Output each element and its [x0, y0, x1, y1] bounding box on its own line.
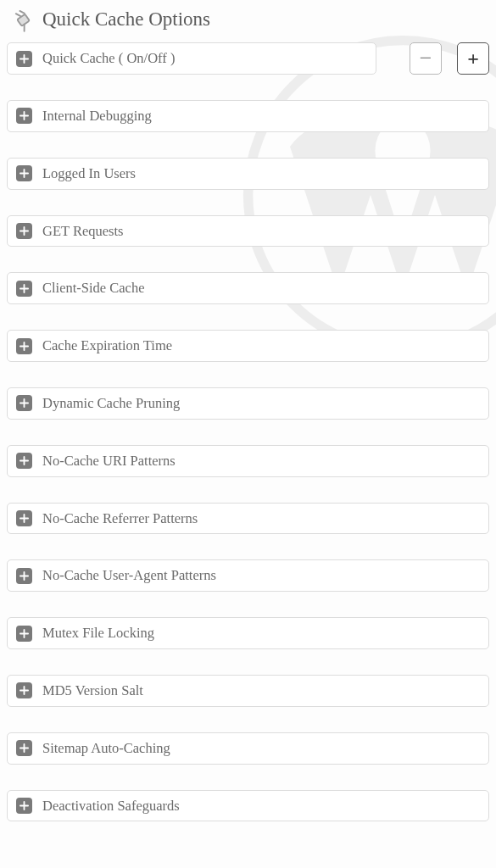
plus-icon — [16, 223, 32, 239]
panel-label: No-Cache Referrer Patterns — [42, 510, 198, 527]
plus-icon — [16, 281, 32, 297]
panel-dynamic-cache-pruning[interactable]: Dynamic Cache Pruning — [7, 387, 489, 420]
plus-icon — [16, 568, 32, 584]
panel-quick-cache-onoff[interactable]: Quick Cache ( On/Off ) — [7, 42, 376, 75]
plug-icon — [10, 7, 36, 32]
plus-icon — [16, 108, 32, 124]
plus-icon — [16, 626, 32, 642]
panel-label: Deactivation Safeguards — [42, 798, 180, 815]
panel-internal-debugging[interactable]: Internal Debugging — [7, 100, 489, 132]
panel-label: Quick Cache ( On/Off ) — [42, 50, 175, 67]
panel-sitemap-auto-caching[interactable]: Sitemap Auto-Caching — [7, 732, 489, 765]
panel-md5-version-salt[interactable]: MD5 Version Salt — [7, 675, 489, 707]
panel-cache-expiration-time[interactable]: Cache Expiration Time — [7, 330, 489, 362]
page-title: Quick Cache Options — [42, 8, 210, 31]
plus-icon — [16, 740, 32, 756]
panel-label: Client-Side Cache — [42, 280, 145, 297]
plus-icon — [16, 798, 32, 814]
plus-icon — [16, 510, 32, 526]
panel-logged-in-users[interactable]: Logged In Users — [7, 158, 489, 190]
panel-label: Sitemap Auto-Caching — [42, 740, 170, 757]
panel-client-side-cache[interactable]: Client-Side Cache — [7, 272, 489, 304]
plus-icon — [16, 682, 32, 698]
panel-label: MD5 Version Salt — [42, 682, 143, 699]
plus-icon — [16, 453, 32, 469]
panel-no-cache-referrer-patterns[interactable]: No-Cache Referrer Patterns — [7, 503, 489, 535]
panel-mutex-file-locking[interactable]: Mutex File Locking — [7, 617, 489, 649]
panel-label: No-Cache URI Patterns — [42, 453, 176, 470]
panel-label: Dynamic Cache Pruning — [42, 395, 180, 412]
plus-icon — [16, 51, 32, 67]
collapse-all-button[interactable]: − — [410, 42, 442, 75]
expand-all-button[interactable]: + — [457, 42, 489, 75]
panel-label: Internal Debugging — [42, 108, 152, 125]
plus-icon — [16, 338, 32, 354]
panel-deactivation-safeguards[interactable]: Deactivation Safeguards — [7, 790, 489, 822]
panel-label: Cache Expiration Time — [42, 337, 172, 354]
plus-icon — [16, 165, 32, 181]
page-header: Quick Cache Options — [7, 7, 489, 32]
panel-label: GET Requests — [42, 223, 123, 240]
panel-label: Mutex File Locking — [42, 625, 154, 642]
panel-no-cache-user-agent-patterns[interactable]: No-Cache User-Agent Patterns — [7, 559, 489, 592]
panel-get-requests[interactable]: GET Requests — [7, 215, 489, 248]
panel-label: No-Cache User-Agent Patterns — [42, 567, 216, 584]
panel-no-cache-uri-patterns[interactable]: No-Cache URI Patterns — [7, 445, 489, 477]
plus-icon — [16, 395, 32, 411]
panel-label: Logged In Users — [42, 165, 136, 182]
